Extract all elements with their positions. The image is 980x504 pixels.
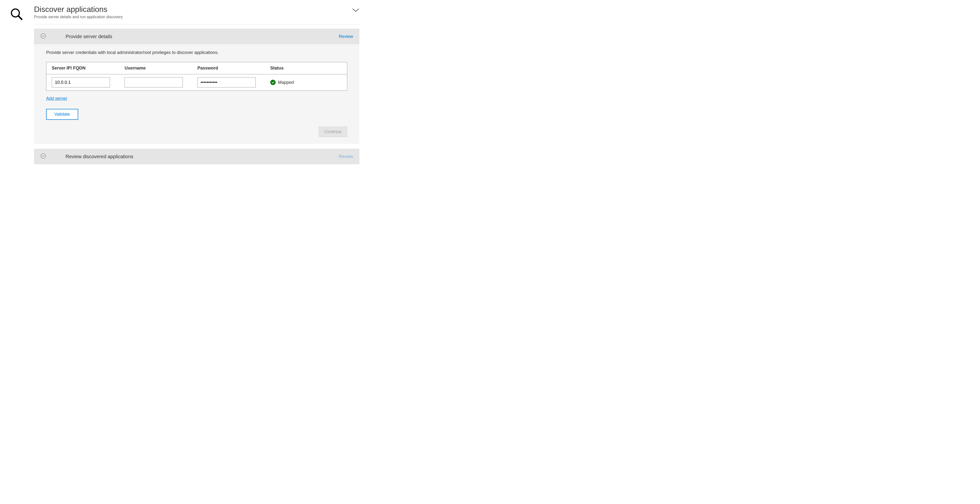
svg-point-2 [41, 33, 46, 38]
col-header-username: Username [124, 65, 197, 71]
svg-point-0 [11, 9, 19, 17]
step1-review-link[interactable]: Review [339, 34, 353, 39]
svg-line-1 [19, 16, 22, 20]
table-row: Mapped [46, 74, 347, 90]
page-header: Discover applications Provide server det… [34, 5, 360, 24]
col-header-password: Password [197, 65, 270, 71]
step-review-discovered-applications: Review discovered applications Review [34, 149, 360, 164]
svg-point-3 [41, 153, 46, 158]
col-header-status: Status [270, 65, 342, 71]
add-server-link[interactable]: Add server [46, 96, 67, 101]
step1-header: Provide server details Review [34, 29, 360, 44]
page-title: Discover applications [34, 5, 123, 14]
step1-title: Provide server details [65, 34, 339, 39]
page-subtitle: Provide server details and run applicati… [34, 15, 123, 19]
continue-button[interactable]: Continue [318, 127, 347, 137]
validate-button[interactable]: Validate [46, 109, 78, 120]
step2-title: Review discovered applications [65, 154, 339, 159]
collapse-chevron-icon[interactable] [352, 8, 360, 13]
status-success-icon [270, 80, 275, 85]
server-table: Server IP/ FQDN Username Password Status [46, 62, 347, 91]
password-input[interactable] [197, 77, 256, 88]
col-header-ip: Server IP/ FQDN [52, 65, 124, 71]
status-label: Mapped [278, 80, 294, 85]
step-complete-icon [40, 33, 46, 40]
search-icon [10, 18, 23, 22]
step2-header: Review discovered applications Review [34, 149, 360, 164]
step-incomplete-icon [40, 153, 46, 160]
username-input[interactable] [124, 77, 183, 88]
step1-instruction: Provide server credentials with local ad… [46, 50, 347, 55]
step2-review-link[interactable]: Review [339, 154, 353, 159]
step-provide-server-details: Provide server details Review Provide se… [34, 29, 360, 144]
server-ip-input[interactable] [52, 77, 110, 88]
